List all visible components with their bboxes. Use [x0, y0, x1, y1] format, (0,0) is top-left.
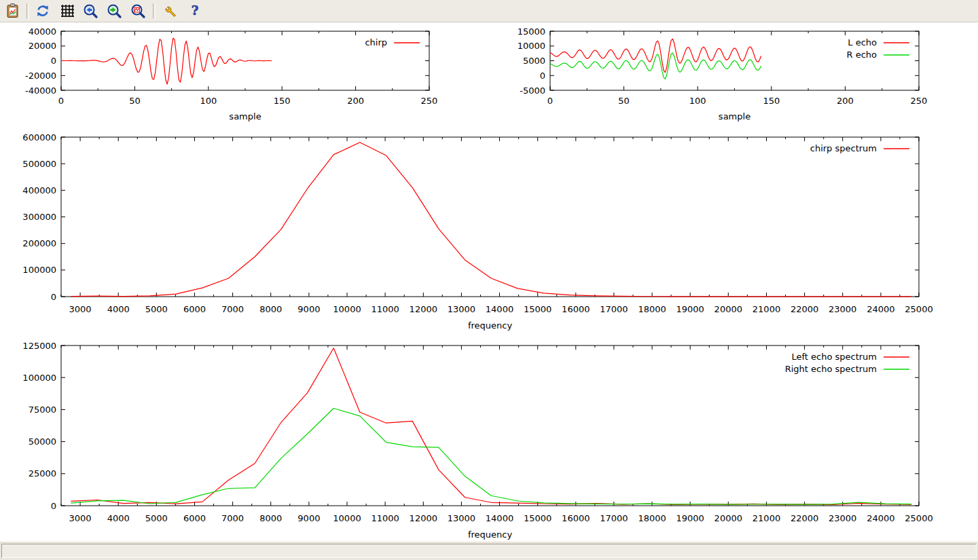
x-tick-label: 17000: [600, 304, 628, 314]
x-tick-label: 11000: [371, 513, 399, 523]
x-tick-label: 25000: [905, 513, 932, 523]
chirp-spectrum-plot: 3000400050006000700080009000100001100012…: [22, 132, 932, 331]
x-tick-label: 150: [274, 96, 291, 106]
y-tick-label: 200000: [22, 238, 56, 248]
x-tick-label: 24000: [867, 513, 894, 523]
x-tick-label: 23000: [829, 304, 856, 314]
wrench-icon: [162, 3, 177, 18]
x-tick-label: 250: [911, 96, 928, 106]
x-tick-label: 5000: [145, 513, 168, 523]
status-bar: [0, 541, 978, 560]
x-tick-label: 4000: [107, 513, 130, 523]
chirp-waveform-plot: 050100150200250-40000-2000002000040000sa…: [25, 26, 437, 122]
multiplot-svg[interactable]: 050100150200250-40000-2000002000040000sa…: [0, 22, 978, 542]
x-tick-label: 10000: [333, 513, 361, 523]
y-tick-label: 100000: [22, 265, 56, 275]
x-tick-label: 3000: [69, 304, 92, 314]
configure-button[interactable]: [159, 1, 179, 21]
y-tick-label: 400000: [22, 185, 56, 195]
question-mark-icon: ?: [187, 3, 202, 18]
toolbar-separator: [26, 3, 29, 18]
zoom-next-button[interactable]: [104, 1, 124, 21]
series-chirp: [61, 38, 272, 84]
y-tick-label: 5000: [523, 56, 545, 66]
x-axis-label: frequency: [468, 320, 513, 331]
legend-label: chirp spectrum: [810, 143, 877, 153]
x-tick-label: 8000: [259, 513, 282, 523]
x-tick-label: 22000: [791, 304, 818, 314]
status-bar-text: [1, 544, 977, 558]
x-tick-label: 200: [347, 96, 364, 106]
x-tick-label: 16000: [562, 304, 590, 314]
x-axis-label: sample: [229, 111, 261, 122]
y-tick-label: 20000: [29, 41, 56, 51]
x-tick-label: 18000: [638, 304, 666, 314]
x-tick-label: 12000: [410, 304, 437, 314]
legend-label: Left echo spectrum: [791, 352, 877, 362]
plot-canvas[interactable]: 050100150200250-40000-2000002000040000sa…: [0, 22, 978, 542]
x-tick-label: 21000: [753, 513, 780, 523]
x-tick-label: 7000: [221, 513, 244, 523]
grid-icon: [60, 3, 75, 18]
x-tick-label: 20000: [714, 513, 742, 523]
magnifier-left-arrow-icon: [83, 3, 98, 19]
echo-waveforms-plot: 050100150200250-5000050001000015000sampl…: [518, 26, 928, 122]
help-button[interactable]: ?: [185, 1, 205, 21]
legend-label: Right echo spectrum: [785, 364, 877, 374]
x-tick-label: 3000: [69, 513, 92, 523]
y-tick-label: 25000: [29, 468, 56, 479]
magnifier-plot-icon: [130, 3, 146, 19]
x-axis-label: frequency: [468, 529, 513, 540]
refresh-icon: [35, 3, 50, 18]
x-axis-label: sample: [719, 111, 750, 122]
x-tick-label: 22000: [791, 513, 818, 523]
y-tick-label: 0: [540, 71, 545, 81]
y-tick-label: 0: [51, 292, 56, 302]
y-tick-label: 100000: [22, 373, 56, 383]
y-tick-label: -20000: [25, 71, 56, 81]
x-tick-label: 25000: [905, 304, 932, 314]
x-tick-label: 13000: [448, 513, 475, 523]
replot-button[interactable]: [33, 1, 53, 21]
y-tick-label: 50000: [29, 436, 56, 447]
grid-button[interactable]: [57, 1, 77, 21]
y-tick-label: 75000: [29, 405, 56, 415]
magnifier-right-arrow-icon: [107, 3, 122, 19]
legend-label: chirp: [365, 37, 387, 48]
plot-border: [61, 137, 919, 297]
y-tick-label: 500000: [22, 159, 56, 169]
x-tick-label: 10000: [333, 304, 361, 314]
zoom-previous-button[interactable]: [80, 1, 101, 21]
svg-text:?: ?: [192, 3, 199, 18]
legend-label: R echo: [846, 50, 877, 60]
x-tick-label: 13000: [448, 304, 475, 314]
x-tick-label: 14000: [486, 513, 513, 523]
y-tick-label: 40000: [29, 26, 56, 37]
x-tick-label: 19000: [676, 513, 704, 523]
x-tick-label: 20000: [714, 304, 742, 314]
copy-plot-button[interactable]: [3, 1, 23, 21]
x-tick-label: 21000: [753, 304, 780, 314]
x-tick-label: 50: [129, 96, 141, 106]
y-tick-label: 125000: [22, 341, 56, 351]
x-tick-label: 16000: [562, 513, 590, 523]
reset-zoom-button[interactable]: [128, 1, 148, 21]
legend-label: L echo: [848, 37, 877, 48]
y-tick-label: 300000: [22, 212, 56, 222]
y-tick-label: -5000: [520, 86, 545, 96]
x-tick-label: 150: [763, 96, 780, 106]
x-tick-label: 6000: [183, 513, 206, 523]
clipboard-chart-icon: [5, 3, 21, 19]
y-tick-label: 10000: [518, 41, 545, 51]
x-tick-label: 19000: [676, 304, 704, 314]
x-tick-label: 200: [837, 96, 854, 106]
y-tick-label: 0: [51, 501, 56, 511]
x-tick-label: 23000: [829, 513, 856, 523]
x-tick-label: 0: [547, 96, 553, 106]
x-tick-label: 9000: [297, 513, 320, 523]
series-chirp-spectrum: [71, 143, 911, 297]
x-tick-label: 250: [421, 96, 438, 106]
toolbar: ?: [0, 0, 978, 22]
toolbar-separator: [153, 3, 156, 18]
echo-spectra-plot: 3000400050006000700080009000100001100012…: [22, 341, 932, 540]
